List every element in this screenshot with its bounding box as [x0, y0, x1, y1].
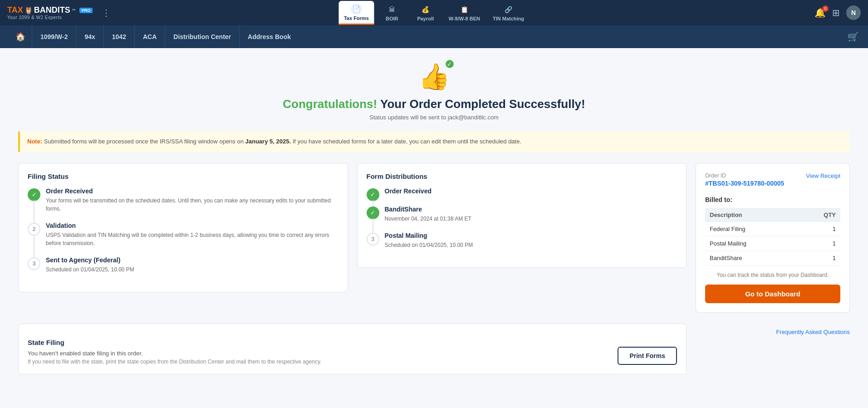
- print-forms-button[interactable]: Print Forms: [618, 347, 677, 365]
- state-bottom-row: State Filing You haven't enabled state f…: [28, 339, 677, 365]
- boir-icon: 🏛: [387, 4, 397, 15]
- logo-bandits: BANDITS: [34, 5, 70, 15]
- logo-tm: ™: [72, 8, 76, 13]
- step-title-3: Sent to Agency (Federal): [46, 256, 134, 264]
- note-date: January 5, 2025.: [245, 138, 291, 145]
- track-note: You can track the status from your Dashb…: [705, 272, 840, 278]
- tab-tax-forms[interactable]: 📄 Tax Forms: [338, 1, 374, 25]
- view-receipt-link[interactable]: View Receipt: [806, 172, 840, 179]
- filing-status-card: Filing Status ✓ Order Received Your form…: [18, 163, 348, 292]
- sidebar-item-94x[interactable]: 94x: [76, 25, 103, 48]
- tab-tin-matching[interactable]: 🔗 TIN Matching: [487, 1, 530, 24]
- bottom-section: State Filing You haven't enabled state f…: [18, 324, 850, 374]
- top-tabs: 📄 Tax Forms 🏛 BOIR 💰 Payroll 📋 W-9/W-8 B…: [338, 1, 530, 25]
- content-grid: Filing Status ✓ Order Received Your form…: [18, 163, 850, 313]
- tab-w9-ben-label: W-9/W-8 BEN: [449, 16, 480, 21]
- logo-tax: TAX: [7, 5, 23, 15]
- table-row: Postal Mailing 1: [705, 236, 840, 251]
- order-id-label: Order ID: [705, 172, 784, 179]
- step-title-1: Order Received: [46, 187, 338, 195]
- apps-grid-icon[interactable]: ⊞: [832, 7, 840, 18]
- dist-icon-done-1: ✓: [367, 188, 379, 201]
- go-to-dashboard-button[interactable]: Go to Dashboard: [705, 285, 840, 303]
- col-description: Description: [705, 208, 798, 222]
- sidebar-item-address-book[interactable]: Address Book: [239, 25, 299, 48]
- dist-steps: ✓ Order Received ✓ BanditShare November …: [367, 187, 677, 258]
- dist-desc-3: Scheduled on 01/04/2025, 10.00 PM: [385, 241, 473, 249]
- row-qty-3: 1: [798, 251, 840, 265]
- state-filing-note: If you need to file with the state, prin…: [28, 359, 610, 365]
- status-email: Status updates will be sent to jack@band…: [18, 114, 850, 121]
- step-order-received: ✓ Order Received Your forms will be tran…: [28, 187, 338, 222]
- dist-title-2: BanditShare: [385, 206, 471, 213]
- dist-title-1: Order Received: [385, 187, 432, 195]
- more-options-icon[interactable]: ⋮: [102, 7, 111, 18]
- state-filing-desc: You haven't enabled state filing in this…: [28, 350, 610, 357]
- form-distributions-card: Form Distributions ✓ Order Received ✓ Ba…: [357, 163, 687, 268]
- order-summary-card: Order ID #TBS01-309-519780-00005 View Re…: [696, 163, 850, 313]
- table-row: Federal Filing 1: [705, 222, 840, 236]
- tab-tax-forms-label: Tax Forms: [344, 15, 369, 21]
- step-icon-pending-3: 3: [28, 257, 40, 270]
- success-header: 👍 ✓ Congratulations! Your Order Complete…: [18, 62, 850, 121]
- dist-title-3: Postal Mailing: [385, 232, 473, 239]
- logo-owl: 🦉: [24, 6, 33, 15]
- top-navigation: TAX 🦉 BANDITS ™ PRO Your 1099 & W2 Exper…: [0, 0, 868, 25]
- step-desc-2: USPS Validation and TIN Matching will be…: [46, 231, 338, 247]
- step-desc-3: Scheduled on 01/04/2025, 10.00 PM: [46, 265, 134, 274]
- notification-bell[interactable]: 🔔 0: [814, 7, 826, 18]
- row-qty-2: 1: [798, 236, 840, 251]
- tin-icon: 🔗: [503, 4, 514, 15]
- tab-payroll-label: Payroll: [417, 16, 434, 21]
- faq-area: Frequently Asked Questions: [696, 324, 850, 335]
- sidebar-item-distribution-center[interactable]: Distribution Center: [165, 25, 239, 48]
- dist-icon-pending-3: 3: [367, 233, 379, 246]
- row-qty-1: 1: [798, 222, 840, 236]
- step-title-2: Validation: [46, 222, 338, 229]
- congrats-text: Congratulations! Your Order Completed Su…: [18, 97, 850, 111]
- tab-tin-label: TIN Matching: [493, 16, 524, 21]
- sidebar-item-home[interactable]: 🏠: [9, 32, 32, 42]
- main-content: 👍 ✓ Congratulations! Your Order Complete…: [0, 48, 868, 408]
- row-desc-2: Postal Mailing: [705, 236, 798, 251]
- form-distributions-title: Form Distributions: [367, 172, 677, 180]
- order-id-value: #TBS01-309-519780-00005: [705, 180, 784, 187]
- row-desc-1: Federal Filing: [705, 222, 798, 236]
- tax-forms-icon: 📄: [351, 4, 362, 15]
- notification-count: 0: [822, 5, 829, 12]
- tab-payroll[interactable]: 💰 Payroll: [410, 1, 441, 24]
- user-avatar[interactable]: N: [846, 5, 861, 20]
- dist-content-2: BanditShare November 04, 2024 at 01:38 A…: [385, 206, 471, 232]
- secondary-navigation: 🏠 1099/W-2 94x 1042 ACA Distribution Cen…: [0, 25, 868, 48]
- sidebar-item-1042[interactable]: 1042: [103, 25, 134, 48]
- sidebar-item-aca[interactable]: ACA: [134, 25, 165, 48]
- sidebar-item-1099[interactable]: 1099/W-2: [32, 25, 76, 48]
- tab-w9-ben[interactable]: 📋 W-9/W-8 BEN: [443, 1, 485, 24]
- step-content-2: Validation USPS Validation and TIN Match…: [46, 222, 338, 256]
- thumbs-up-icon: 👍 ✓: [418, 62, 450, 92]
- tab-boir-label: BOIR: [386, 16, 398, 21]
- tab-boir[interactable]: 🏛 BOIR: [376, 1, 408, 24]
- w9-ben-icon: 📋: [459, 4, 470, 15]
- col-qty: QTY: [798, 208, 840, 222]
- pro-badge: PRO: [79, 8, 93, 13]
- row-desc-3: BanditShare: [705, 251, 798, 265]
- success-icon-wrap: 👍 ✓: [18, 62, 850, 92]
- filing-status-steps: ✓ Order Received Your forms will be tran…: [28, 187, 338, 283]
- cart-icon[interactable]: 🛒: [848, 31, 859, 42]
- state-text-block: State Filing You haven't enabled state f…: [28, 339, 610, 365]
- logo[interactable]: TAX 🦉 BANDITS ™ PRO Your 1099 & W2 Exper…: [7, 5, 93, 20]
- step-icon-pending-2: 2: [28, 223, 40, 236]
- billed-to-label: Billed to:: [705, 196, 840, 203]
- check-overlay-icon: ✓: [445, 59, 455, 69]
- payroll-icon: 💰: [420, 4, 431, 15]
- step-content-1: Order Received Your forms will be transm…: [46, 187, 338, 222]
- table-row: BanditShare 1: [705, 251, 840, 265]
- note-banner: Note: Submitted forms will be processed …: [18, 132, 850, 152]
- faq-link[interactable]: Frequently Asked Questions: [776, 324, 850, 335]
- order-header-row: Order ID #TBS01-309-519780-00005 View Re…: [705, 172, 840, 190]
- step-content-3: Sent to Agency (Federal) Scheduled on 01…: [46, 256, 134, 283]
- dist-icon-done-2: ✓: [367, 206, 379, 219]
- dist-postal-mailing: 3 Postal Mailing Scheduled on 01/04/2025…: [367, 232, 677, 258]
- dist-desc-2: November 04, 2024 at 01:38 AM ET: [385, 215, 471, 223]
